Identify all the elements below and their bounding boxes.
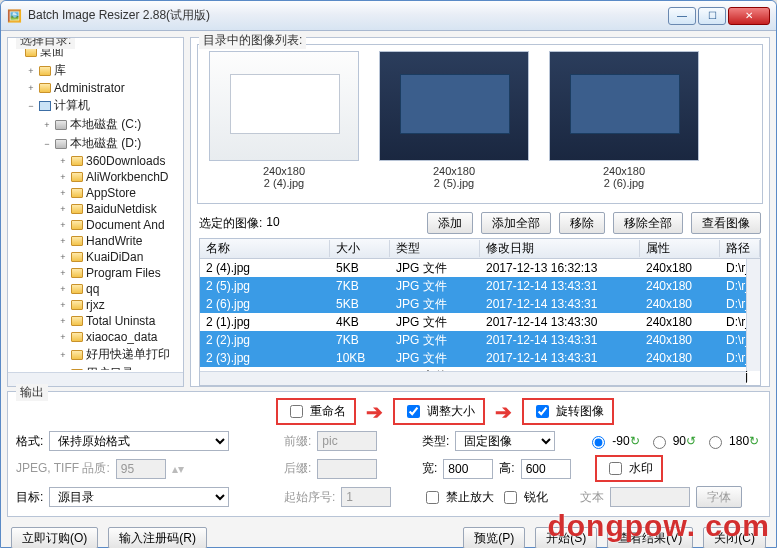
col-size[interactable]: 大小 [330, 240, 390, 257]
enter-reg-button[interactable]: 输入注册码(R) [108, 527, 207, 548]
file-list-header[interactable]: 名称 大小 类型 修改日期 属性 路径 [200, 239, 760, 259]
no-enlarge-checkbox[interactable]: 禁止放大 [422, 488, 494, 507]
view-image-button[interactable]: 查看图像 [691, 212, 761, 234]
file-row[interactable]: 2 (2).jpg7KBJPG 文件2017-12-14 13:43:31240… [200, 331, 760, 349]
tree-node[interactable]: +BaiduNetdisk [8, 201, 183, 217]
expand-icon[interactable]: + [26, 66, 36, 76]
preview-button[interactable]: 预览(P) [463, 527, 525, 548]
tree-node[interactable]: +HandWrite [8, 233, 183, 249]
view-result-button[interactable]: 查看结果(V) [607, 527, 693, 548]
file-row[interactable]: 2 (1).jpg4KBJPG 文件2017-12-14 13:43:30240… [200, 313, 760, 331]
sharpen-checkbox[interactable]: 锐化 [500, 488, 548, 507]
col-attr[interactable]: 属性 [640, 240, 720, 257]
bottom-toolbar: 立即订购(O) 输入注册码(R) 预览(P) 开始(S) 查看结果(V) 关闭(… [7, 521, 770, 548]
file-row[interactable]: 2 (6).jpg5KBJPG 文件2017-12-14 13:43:31240… [200, 295, 760, 313]
col-type[interactable]: 类型 [390, 240, 480, 257]
thumbnail[interactable]: 240x1802 (5).jpg [374, 51, 534, 197]
tree-node[interactable]: +qq [8, 281, 183, 297]
start-button[interactable]: 开始(S) [535, 527, 597, 548]
add-button[interactable]: 添加 [427, 212, 473, 234]
tree-node[interactable]: +Program Files [8, 265, 183, 281]
rename-checkbox[interactable]: 重命名 [276, 398, 356, 425]
thumbnail-grid[interactable]: 240x1802 (4).jpg240x1802 (5).jpg240x1802… [197, 44, 763, 204]
watermark-checkbox[interactable]: 水印 [595, 455, 663, 482]
expand-icon[interactable]: + [58, 300, 68, 310]
format-select[interactable]: 保持原始格式 [49, 431, 229, 451]
height-input[interactable] [521, 459, 571, 479]
col-path[interactable]: 路径 [720, 240, 760, 257]
maximize-button[interactable]: ☐ [698, 7, 726, 25]
add-all-button[interactable]: 添加全部 [481, 212, 551, 234]
directory-tree[interactable]: 桌面+库+Administrator−计算机+本地磁盘 (C:)−本地磁盘 (D… [8, 38, 183, 370]
expand-icon[interactable]: + [58, 156, 68, 166]
file-row[interactable]: 2 (3).jpg10KBJPG 文件2017-12-14 13:43:3124… [200, 349, 760, 367]
rotate-180-radio[interactable]: 180↻ [704, 433, 759, 449]
tree-node[interactable]: +360Downloads [8, 153, 183, 169]
remove-all-button[interactable]: 移除全部 [613, 212, 683, 234]
close-button[interactable]: ✕ [728, 7, 770, 25]
tree-node-label: Document And [86, 218, 165, 232]
target-select[interactable]: 源目录 [49, 487, 229, 507]
tree-node[interactable]: +AppStore [8, 185, 183, 201]
resize-type-select[interactable]: 固定图像 [455, 431, 555, 451]
expand-icon[interactable]: + [42, 120, 52, 130]
tree-node[interactable]: −计算机 [8, 96, 183, 115]
expand-icon[interactable]: − [42, 139, 52, 149]
tree-node[interactable]: +Document And [8, 217, 183, 233]
rotate-neg90-radio[interactable]: -90↻ [587, 433, 639, 449]
watermark-text-label: 文本 [580, 489, 604, 506]
width-input[interactable] [443, 459, 493, 479]
filelist-scrollbar-v[interactable] [746, 259, 760, 371]
content-area: 选择目录: 桌面+库+Administrator−计算机+本地磁盘 (C:)−本… [1, 31, 776, 547]
thumbnail[interactable]: 240x1802 (6).jpg [544, 51, 704, 197]
titlebar[interactable]: 🖼️ Batch Image Resizer 2.88(试用版) — ☐ ✕ [1, 1, 776, 31]
rotate-90-radio[interactable]: 90↺ [648, 433, 696, 449]
resize-checkbox[interactable]: 调整大小 [393, 398, 485, 425]
expand-icon[interactable]: + [58, 220, 68, 230]
expand-icon[interactable]: + [58, 332, 68, 342]
minimize-button[interactable]: — [668, 7, 696, 25]
expand-icon[interactable]: + [58, 204, 68, 214]
close-app-button[interactable]: 关闭(C) [703, 527, 766, 548]
tree-node[interactable]: +本地磁盘 (C:) [8, 115, 183, 134]
tree-node[interactable]: +KuaiDiDan [8, 249, 183, 265]
folder-icon [70, 234, 84, 248]
tree-node-label: AliWorkbenchD [86, 170, 168, 184]
file-row[interactable]: 2 (5).jpg7KBJPG 文件2017-12-14 13:43:31240… [200, 277, 760, 295]
expand-icon[interactable]: + [58, 252, 68, 262]
expand-icon[interactable]: + [58, 172, 68, 182]
tree-node[interactable]: 用户目录 [8, 364, 183, 370]
col-name[interactable]: 名称 [200, 240, 330, 257]
tree-node[interactable]: +Administrator [8, 80, 183, 96]
expand-icon[interactable]: + [58, 350, 68, 360]
expand-icon[interactable]: + [58, 236, 68, 246]
tree-node[interactable]: +好用快递单打印 [8, 345, 183, 364]
tree-node[interactable]: +xiaocao_data [8, 329, 183, 345]
tree-node[interactable]: +库 [8, 61, 183, 80]
thumbnail[interactable]: 240x1802 (4).jpg [204, 51, 364, 197]
filelist-scrollbar-h[interactable] [200, 371, 746, 385]
tree-node[interactable]: +AliWorkbenchD [8, 169, 183, 185]
folder-icon [70, 250, 84, 264]
expand-icon[interactable]: + [26, 83, 36, 93]
expand-icon[interactable]: − [26, 101, 36, 111]
tree-node-label: Program Files [86, 266, 161, 280]
col-mtime[interactable]: 修改日期 [480, 240, 640, 257]
tree-node-label: qq [86, 282, 99, 296]
expand-icon[interactable]: + [58, 268, 68, 278]
suffix-input [317, 459, 377, 479]
expand-icon[interactable]: + [58, 316, 68, 326]
file-row[interactable]: 2 (4).jpg5KBJPG 文件2017-12-13 16:32:13240… [200, 259, 760, 277]
file-list[interactable]: 名称 大小 类型 修改日期 属性 路径 2 (4).jpg5KBJPG 文件20… [199, 238, 761, 386]
folder-icon [70, 266, 84, 280]
rotate-checkbox[interactable]: 旋转图像 [522, 398, 614, 425]
expand-icon[interactable]: + [58, 284, 68, 294]
tree-node[interactable]: −本地磁盘 (D:) [8, 134, 183, 153]
tree-node[interactable]: +Total Uninsta [8, 313, 183, 329]
order-now-button[interactable]: 立即订购(O) [11, 527, 98, 548]
expand-icon[interactable]: + [58, 188, 68, 198]
tree-node[interactable]: +rjxz [8, 297, 183, 313]
image-list-label: 目录中的图像列表: [199, 32, 306, 49]
remove-button[interactable]: 移除 [559, 212, 605, 234]
thumbnail-image [209, 51, 359, 161]
